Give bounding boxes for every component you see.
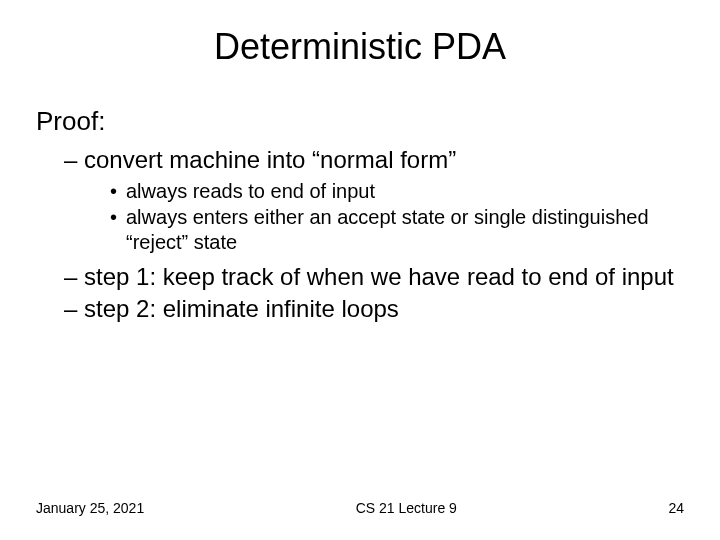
footer-date: January 25, 2021 [36, 500, 144, 516]
footer: January 25, 2021 CS 21 Lecture 9 24 [36, 500, 684, 516]
list-item-text: step 2: eliminate infinite loops [84, 295, 399, 322]
slide-title: Deterministic PDA [36, 26, 684, 68]
list-item: always enters either an accept state or … [110, 205, 684, 256]
slide: Deterministic PDA Proof: convert machine… [0, 0, 720, 540]
list-item: always reads to end of input [110, 179, 684, 205]
list-item: step 1: keep track of when we have read … [64, 262, 684, 292]
proof-label: Proof: [36, 106, 684, 137]
footer-page: 24 [668, 500, 684, 516]
footer-course: CS 21 Lecture 9 [356, 500, 457, 516]
list-item: step 2: eliminate infinite loops [64, 294, 684, 324]
sub-list: always reads to end of input always ente… [84, 179, 684, 256]
proof-points: convert machine into “normal form” alway… [36, 145, 684, 324]
list-item-text: always enters either an accept state or … [126, 206, 649, 254]
list-item-text: always reads to end of input [126, 180, 375, 202]
list-item-text: convert machine into “normal form” [84, 146, 456, 173]
list-item: convert machine into “normal form” alway… [64, 145, 684, 256]
list-item-text: step 1: keep track of when we have read … [84, 263, 674, 290]
